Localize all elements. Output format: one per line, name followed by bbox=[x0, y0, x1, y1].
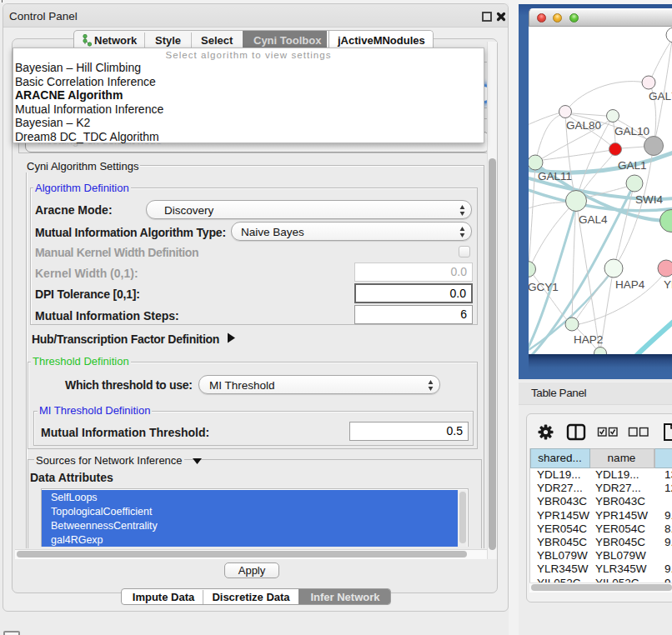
svg-text:YM: YM bbox=[664, 278, 672, 291]
svg-text:SWI4: SWI4 bbox=[635, 193, 663, 206]
svg-text:HAP2: HAP2 bbox=[574, 333, 603, 346]
svg-text:GAL80: GAL80 bbox=[566, 119, 601, 132]
svg-text:GAL7: GAL7 bbox=[649, 90, 672, 102]
svg-text:GAL10: GAL10 bbox=[614, 125, 649, 138]
svg-text:GAL11: GAL11 bbox=[538, 170, 572, 182]
svg-text:HAP4: HAP4 bbox=[615, 278, 645, 291]
svg-text:GCY1: GCY1 bbox=[529, 281, 559, 293]
svg-text:GAL4: GAL4 bbox=[579, 213, 608, 226]
svg-text:GAL1: GAL1 bbox=[618, 159, 647, 172]
